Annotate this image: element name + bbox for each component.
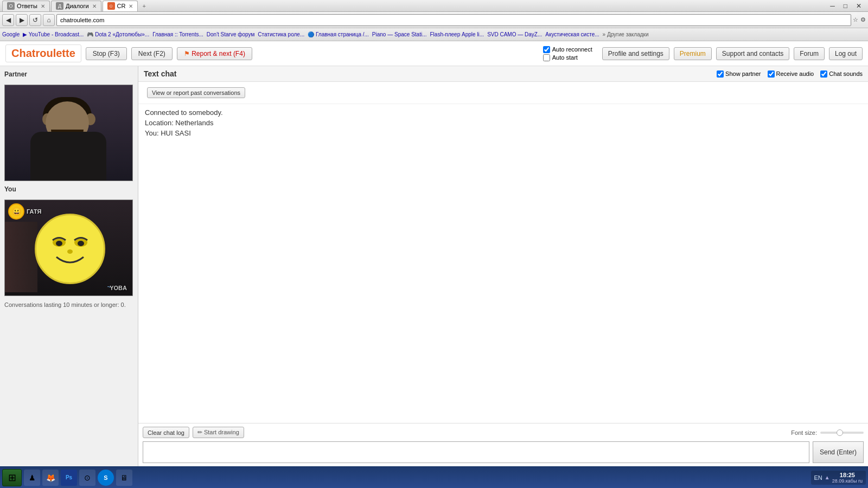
pencil-icon: ✏ [197, 429, 202, 435]
view-report-button[interactable]: View or report past conversations [147, 87, 245, 98]
premium-button[interactable]: Premium [674, 47, 712, 60]
font-size-label: Font size: [791, 429, 817, 436]
view-report-bar: View or report past conversations [138, 82, 868, 104]
close-btn[interactable]: ✕ [852, 2, 866, 10]
tab-otvet[interactable]: О Ответы ✕ [2, 1, 50, 11]
bookmark-stats[interactable]: Статистика роле... [258, 31, 304, 37]
tray-expand-icon[interactable]: ▲ [825, 474, 830, 480]
chat-sounds-label: Chat sounds [829, 70, 863, 77]
profile-settings-button[interactable]: Profile and settings [602, 47, 669, 60]
logout-button[interactable]: Log out [829, 47, 863, 60]
receive-audio-label: Receive audio [776, 70, 814, 77]
tab-close-dialogi[interactable]: ✕ [92, 3, 97, 9]
partner-video-content [5, 85, 132, 181]
bookmark-more[interactable]: » Другие закладки [603, 31, 649, 37]
yoba-face [35, 214, 105, 284]
svg-point-4 [67, 249, 73, 254]
bookmark-svd[interactable]: SVD CAMO — DayZ... [487, 31, 542, 37]
tab-label-dialogi: Диалоги [66, 3, 89, 9]
taskbar-icon-photoshop[interactable]: Ps [61, 470, 77, 486]
chat-msg-user: You: HUI SASI [145, 129, 861, 137]
left-panel: Partner You [0, 66, 138, 466]
support-contacts-button[interactable]: Support and contacts [716, 47, 789, 60]
toolbar-checkboxes: Auto reconnect Auto start [543, 46, 592, 61]
chat-input[interactable] [143, 441, 809, 463]
maximize-btn[interactable]: □ [839, 2, 852, 10]
conversations-info: Conversations lasting 10 minutes or long… [4, 300, 133, 309]
nav-bar: ◀ ▶ ↺ ⌂ ☆ ⚙ [0, 12, 868, 28]
start-button[interactable]: ⊞ [2, 469, 22, 486]
chat-messages: Connected to somebody. Location: Netherl… [138, 104, 868, 423]
auto-start-checkbox[interactable] [543, 54, 550, 61]
tab-dialogi[interactable]: Д Диалоги ✕ [51, 1, 101, 11]
bookmark-google[interactable]: Google [2, 31, 20, 37]
yoba-svg [37, 216, 103, 281]
star-icon[interactable]: ☆ [853, 16, 858, 23]
app-toolbar: Chatroulette Stop (F3) Next (F2) ⚑ Repor… [0, 41, 868, 66]
you-label: You [4, 185, 133, 193]
chat-footer-buttons: Clear chat log ✏ Start drawing Font size… [143, 427, 864, 438]
address-bar[interactable] [56, 14, 851, 26]
auto-reconnect-checkbox[interactable] [543, 46, 550, 53]
tray-time: 18:25 [832, 472, 863, 478]
chat-sounds-option: Chat sounds [820, 70, 863, 78]
back-btn[interactable]: ◀ [2, 14, 14, 26]
bookmark-flash[interactable]: Flash-плеер Apple li... [430, 31, 484, 37]
bookmark-akust[interactable]: Акустическая систе... [545, 31, 599, 37]
stop-button[interactable]: Stop (F3) [86, 47, 127, 60]
bookmarks-bar: Google ▶ YouTube - Broadcast... 🎮 Dota 2… [0, 28, 868, 41]
refresh-btn[interactable]: ↺ [29, 14, 41, 26]
bookmark-main[interactable]: 🔵 Главная страница /... [308, 31, 369, 37]
tray-clock: 18:25 28.09.кабы ru [832, 472, 863, 484]
you-name: ГАТЯ [27, 208, 41, 215]
chat-input-row: Send (Enter) [143, 441, 864, 463]
report-next-button[interactable]: ⚑ Report & next (F4) [177, 47, 252, 60]
start-drawing-button[interactable]: ✏ Start drawing [193, 427, 244, 438]
next-button[interactable]: Next (F2) [131, 47, 173, 60]
main-layout: Partner You [0, 66, 868, 466]
taskbar-icon-chrome[interactable]: ⊙ [79, 470, 95, 486]
bookmark-dontstarve[interactable]: Don't Starve форум [207, 31, 255, 37]
tab-close-cr[interactable]: ✕ [129, 3, 133, 9]
taskbar-icon-skype[interactable]: S [98, 470, 114, 486]
taskbar-icon-steam[interactable]: ♟ [24, 470, 40, 486]
minimize-btn[interactable]: ─ [826, 2, 839, 10]
chat-sounds-checkbox[interactable] [820, 70, 827, 78]
tab-cr[interactable]: ☺ CR ✕ [103, 1, 138, 11]
title-bar: О Ответы ✕ Д Диалоги ✕ ☺ CR ✕ + ─ □ ✕ [0, 0, 868, 12]
send-button[interactable]: Send (Enter) [813, 441, 864, 463]
chat-msg-connected: Connected to somebody. [145, 108, 861, 117]
show-partner-label: Show partner [725, 70, 761, 77]
bookmark-youtube[interactable]: ▶ YouTube - Broadcast... [23, 31, 84, 37]
chat-footer-left: Clear chat log ✏ Start drawing [143, 427, 244, 438]
bookmark-torrents[interactable]: Главная :: Torrents... [152, 31, 203, 37]
tab-favicon-otvet: О [7, 2, 15, 10]
tab-label-cr: CR [117, 3, 126, 9]
svg-point-3 [78, 241, 84, 246]
taskbar-icon-monitor[interactable]: 🖥 [116, 470, 132, 486]
svg-point-2 [56, 241, 62, 246]
nav-icons: ☆ ⚙ [853, 16, 866, 23]
you-avatar: 😀 [8, 203, 24, 220]
clear-chat-log-button[interactable]: Clear chat log [143, 427, 189, 438]
taskbar-icon-firefox-alt[interactable]: 🦊 [42, 470, 59, 486]
home-btn[interactable]: ⌂ [43, 14, 55, 26]
right-panel: Text chat Show partner Receive audio [138, 66, 868, 466]
forward-btn[interactable]: ▶ [16, 14, 28, 26]
show-partner-option: Show partner [717, 70, 761, 78]
bookmark-dota[interactable]: 🎮 Dota 2 «Дотолюбы»... [87, 31, 149, 37]
receive-audio-checkbox[interactable] [768, 70, 775, 78]
bookmark-piano[interactable]: Piano — Space Stati... [372, 31, 427, 37]
chat-title: Text chat [144, 69, 176, 78]
taskbar-tray: EN ▲ 18:25 28.09.кабы ru [811, 471, 866, 485]
chat-header: Text chat Show partner Receive audio [138, 66, 868, 82]
chat-footer: Clear chat log ✏ Start drawing Font size… [138, 423, 868, 466]
forum-button[interactable]: Forum [794, 47, 825, 60]
show-partner-checkbox[interactable] [717, 70, 724, 78]
tools-icon[interactable]: ⚙ [860, 16, 866, 23]
font-size-slider[interactable] [820, 432, 864, 434]
partner-video [4, 85, 133, 181]
tab-label-otvet: Ответы [17, 3, 37, 9]
new-tab-btn[interactable]: + [139, 3, 149, 9]
tab-close-otvet[interactable]: ✕ [41, 3, 45, 9]
